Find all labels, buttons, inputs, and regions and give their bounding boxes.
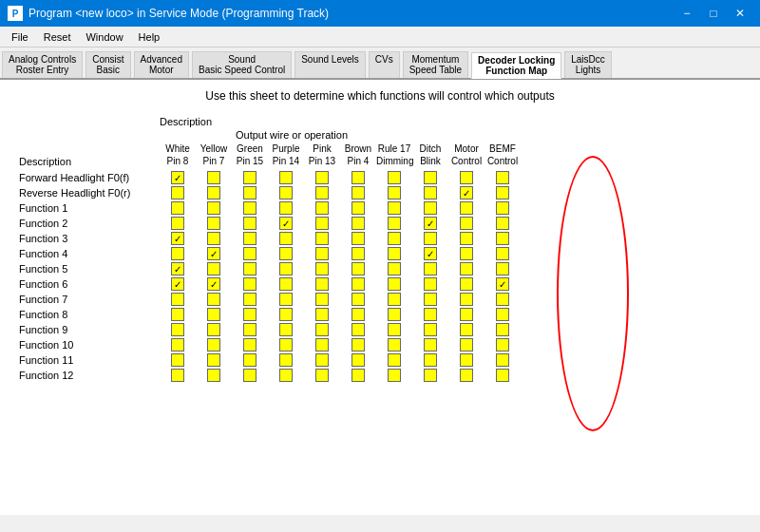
checkbox[interactable] [207, 232, 220, 245]
checkbox[interactable] [207, 201, 220, 215]
maximize-button[interactable]: □ [701, 4, 726, 23]
checkbox[interactable] [315, 308, 329, 321]
checkbox[interactable] [243, 247, 256, 260]
checkbox[interactable] [388, 232, 401, 245]
checkbox[interactable] [388, 338, 401, 352]
checkbox[interactable] [279, 293, 293, 306]
checkbox[interactable]: ✓ [496, 277, 509, 291]
checkbox[interactable] [424, 262, 437, 276]
checkbox[interactable] [315, 338, 329, 352]
checkbox[interactable] [279, 323, 293, 336]
checkbox[interactable] [388, 323, 401, 336]
checkbox[interactable] [424, 293, 437, 306]
checkbox[interactable] [207, 369, 220, 382]
checkbox[interactable] [352, 171, 365, 184]
checkbox[interactable] [460, 353, 473, 367]
checkbox[interactable] [315, 293, 329, 306]
tab-sound-levels[interactable]: Sound Levels [294, 51, 366, 78]
menu-help[interactable]: Help [131, 29, 168, 45]
menu-window[interactable]: Window [78, 29, 130, 45]
checkbox[interactable] [388, 308, 401, 321]
checkbox[interactable] [279, 201, 293, 215]
checkbox[interactable] [171, 353, 184, 367]
checkbox[interactable]: ✓ [171, 277, 184, 291]
checkbox[interactable] [424, 323, 437, 336]
minimize-button[interactable]: − [674, 4, 699, 23]
checkbox[interactable] [207, 171, 220, 184]
checkbox[interactable] [460, 338, 473, 352]
checkbox[interactable] [207, 323, 220, 336]
checkbox[interactable] [352, 323, 365, 336]
checkbox[interactable] [496, 186, 509, 200]
checkbox[interactable] [388, 353, 401, 367]
checkbox[interactable] [352, 217, 365, 230]
checkbox[interactable] [496, 353, 509, 367]
checkbox[interactable] [388, 277, 401, 291]
checkbox[interactable] [388, 247, 401, 260]
checkbox[interactable] [496, 171, 509, 184]
checkbox[interactable] [315, 247, 329, 260]
tab-laisdcc[interactable]: LaisDccLights [564, 51, 612, 78]
menu-reset[interactable]: Reset [36, 29, 79, 45]
checkbox[interactable] [352, 186, 365, 200]
checkbox[interactable] [460, 293, 473, 306]
checkbox[interactable] [315, 353, 329, 367]
checkbox[interactable] [171, 293, 184, 306]
checkbox[interactable] [496, 323, 509, 336]
checkbox[interactable] [424, 308, 437, 321]
checkbox[interactable] [460, 247, 473, 260]
checkbox[interactable] [352, 293, 365, 306]
checkbox[interactable] [496, 201, 509, 215]
checkbox[interactable] [279, 171, 293, 184]
checkbox[interactable] [243, 262, 256, 276]
checkbox[interactable] [424, 277, 437, 291]
checkbox[interactable] [460, 171, 473, 184]
tab-analog-controls[interactable]: Analog ControlsRoster Entry [2, 51, 83, 78]
checkbox[interactable]: ✓ [171, 171, 184, 184]
checkbox[interactable] [243, 201, 256, 215]
checkbox[interactable] [460, 217, 473, 230]
checkbox[interactable]: ✓ [424, 247, 437, 260]
checkbox[interactable] [496, 262, 509, 276]
checkbox[interactable] [279, 338, 293, 352]
checkbox[interactable] [388, 369, 401, 382]
checkbox[interactable] [207, 338, 220, 352]
checkbox[interactable] [315, 201, 329, 215]
checkbox[interactable] [352, 262, 365, 276]
checkbox[interactable] [352, 232, 365, 245]
checkbox[interactable] [352, 201, 365, 215]
checkbox[interactable] [460, 277, 473, 291]
checkbox[interactable] [207, 186, 220, 200]
checkbox[interactable] [243, 217, 256, 230]
checkbox[interactable] [352, 277, 365, 291]
checkbox[interactable] [496, 217, 509, 230]
checkbox[interactable] [424, 201, 437, 215]
tab-decoder-locking[interactable]: Decoder LockingFunction Map [471, 52, 561, 79]
checkbox[interactable] [315, 217, 329, 230]
checkbox[interactable] [315, 323, 329, 336]
checkbox[interactable] [424, 369, 437, 382]
checkbox[interactable] [279, 308, 293, 321]
tab-cvs[interactable]: CVs [369, 51, 400, 78]
checkbox[interactable] [243, 171, 256, 184]
checkbox[interactable] [496, 247, 509, 260]
checkbox[interactable] [243, 277, 256, 291]
checkbox[interactable] [171, 308, 184, 321]
checkbox[interactable] [388, 293, 401, 306]
checkbox[interactable] [460, 323, 473, 336]
checkbox[interactable] [460, 201, 473, 215]
checkbox[interactable] [424, 232, 437, 245]
checkbox[interactable] [171, 217, 184, 230]
checkbox[interactable] [279, 262, 293, 276]
checkbox[interactable] [207, 308, 220, 321]
checkbox[interactable] [460, 232, 473, 245]
checkbox[interactable] [424, 186, 437, 200]
checkbox[interactable] [352, 353, 365, 367]
checkbox[interactable]: ✓ [424, 217, 437, 230]
checkbox[interactable] [352, 247, 365, 260]
checkbox[interactable] [496, 293, 509, 306]
checkbox[interactable] [243, 338, 256, 352]
tab-advanced[interactable]: AdvancedMotor [134, 51, 189, 78]
checkbox[interactable] [315, 171, 329, 184]
checkbox[interactable] [171, 201, 184, 215]
